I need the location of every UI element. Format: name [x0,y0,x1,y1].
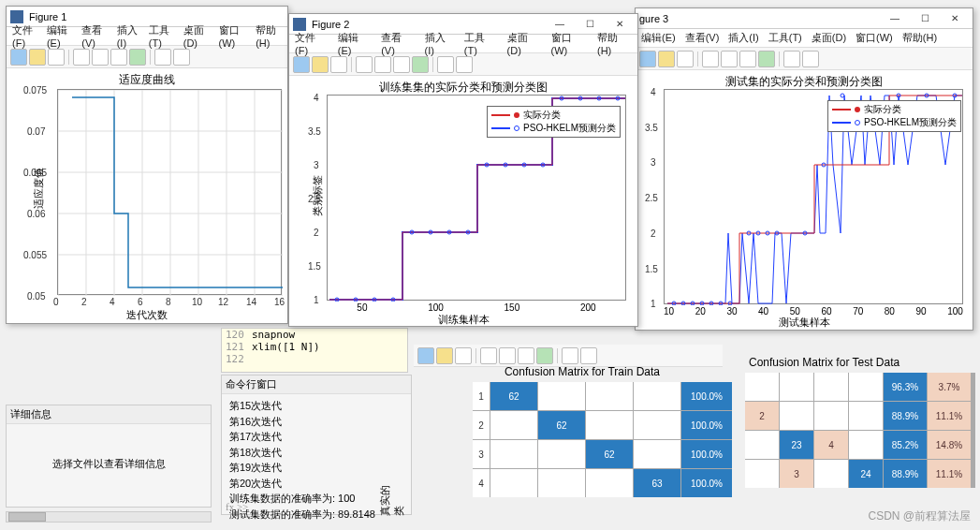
zoom-out-icon[interactable] [499,347,516,364]
maximize-icon[interactable]: ☐ [911,10,939,27]
print-icon[interactable] [677,51,694,67]
menu-help[interactable]: 帮助(H) [256,23,282,49]
brush-icon[interactable] [802,51,819,67]
zoom-in-icon[interactable] [702,51,719,67]
rotate-icon[interactable] [758,51,775,67]
menu-help[interactable]: 帮助(H) [902,31,937,45]
rotate-icon[interactable] [536,347,553,364]
rotate-icon[interactable] [129,49,146,66]
menu-help[interactable]: 帮助(H) [597,31,632,56]
scrollbar-thumb[interactable] [8,512,46,522]
rotate-icon[interactable] [412,56,429,73]
menu-window[interactable]: 窗口(W) [856,31,893,45]
xtick: 60 [821,306,831,317]
figure-2-window[interactable]: Figure 2 — ☐ ✕ 文件(F) 编辑(E) 查看(V) 插入(I) 工… [288,13,638,327]
figure-2-legend[interactable]: 实际分类 PSO-HKELM预测分类 [487,106,621,138]
figure-3-legend[interactable]: 实际分类 PSO-HKELM预测分类 [827,100,961,132]
zoom-out-icon[interactable] [92,49,109,66]
editor-panel[interactable]: 120snapnow 121xlim([1 N]) 122 [221,328,408,373]
menu-tools[interactable]: 工具(T) [464,31,498,56]
xtick: 20 [695,306,706,317]
scrollbar-bottom[interactable] [6,511,212,523]
brush-icon[interactable] [456,56,473,73]
ytick: 1.5 [645,264,658,274]
zoom-in-icon[interactable] [73,49,90,66]
cm-summary: 88.9% [884,460,927,488]
zoom-out-icon[interactable] [721,51,738,67]
cursor-icon[interactable] [437,56,454,73]
figure-3-titlebar[interactable]: gure 3 — ☐ ✕ [636,8,973,29]
figure-2-axes[interactable]: 训练集集的实际分类和预测分类图 实际分类 PSO-HKELM预测分类 类别标签 … [289,76,637,326]
zoom-in-icon[interactable] [480,347,497,364]
code-line[interactable]: xlim([1 N]) [252,341,320,353]
pan-icon[interactable] [739,51,756,67]
separator [150,50,151,65]
print-icon[interactable] [48,49,65,66]
maximize-icon[interactable]: ☐ [576,16,604,33]
close-icon[interactable]: ✕ [606,16,634,33]
menu-view[interactable]: 查看(V) [81,23,107,49]
new-figure-icon[interactable] [10,49,27,66]
menu-view[interactable]: 查看(V) [381,31,415,56]
figure-1-menubar[interactable]: 文件(F) 编辑(E) 查看(V) 插入(I) 工具(T) 桌面(D) 窗口(W… [7,27,287,46]
figure-2-menubar[interactable]: 文件(F) 编辑(E) 查看(V) 插入(I) 工具(T) 桌面(D) 窗口(W… [289,35,637,53]
pan-icon[interactable] [110,49,127,66]
frag-toolbar[interactable] [414,345,723,367]
menu-desktop[interactable]: 桌面(D) [507,31,542,56]
confusion-test-title: Confusion Matrix for Test Data [745,356,975,369]
menu-tools[interactable]: 工具(T) [149,23,174,49]
figure-3-window[interactable]: gure 3 — ☐ ✕ 编辑(E) 查看(V) 插入(I) 工具(T) 桌面(… [635,7,973,331]
menu-desktop[interactable]: 桌面(D) [183,23,210,49]
cursor-icon[interactable] [783,51,800,67]
cm-summary: 100.0% [681,440,732,468]
menu-insert[interactable]: 插入(I) [728,31,758,45]
menu-insert[interactable]: 插入(I) [425,31,455,56]
minimize-icon[interactable]: — [881,10,909,27]
minimize-icon[interactable]: — [546,16,574,33]
new-figure-icon[interactable] [293,56,310,73]
fx-prompt-icon[interactable]: fx >> [226,501,248,512]
save-icon[interactable] [436,347,453,364]
cursor-icon[interactable] [562,347,578,364]
menu-window[interactable]: 窗口(W) [219,23,247,49]
brush-icon[interactable] [580,347,597,364]
brush-icon[interactable] [173,49,190,66]
xtick: 40 [758,306,768,317]
figure-1-window[interactable]: Figure 1 文件(F) 编辑(E) 查看(V) 插入(I) 工具(T) 桌… [6,6,288,324]
print-icon[interactable] [330,56,347,73]
ytick: 2 [314,228,319,238]
figure-2-toolbar[interactable] [289,53,637,76]
pan-icon[interactable] [518,347,534,364]
save-icon[interactable] [658,51,675,67]
new-figure-icon[interactable] [417,347,434,364]
menu-edit[interactable]: 编辑(E) [47,23,72,49]
menu-view[interactable]: 查看(V) [685,31,720,45]
menu-insert[interactable]: 插入(I) [117,23,139,49]
zoom-out-icon[interactable] [374,56,391,73]
detail-panel[interactable]: 详细信息 选择文件以查看详细信息 [6,405,212,508]
save-icon[interactable] [29,49,46,66]
figure-1-plot [58,90,283,296]
menu-edit[interactable]: 编辑(E) [338,31,372,56]
ytick: 0.07 [27,126,45,137]
figure-1-chart-title: 适应度曲线 [7,72,287,88]
close-icon[interactable]: ✕ [941,10,969,27]
figure-3-toolbar[interactable] [636,48,973,70]
code-line[interactable]: snapnow [252,329,295,341]
cursor-icon[interactable] [154,49,171,66]
save-icon[interactable] [312,56,329,73]
new-figure-icon[interactable] [639,51,656,67]
menu-window[interactable]: 窗口(W) [551,31,588,56]
menu-file[interactable]: 文件(F) [12,23,37,49]
zoom-in-icon[interactable] [356,56,373,73]
figure-1-axes[interactable]: 适应度曲线 适应度值 0.05 0.055 0.06 0.065 0.07 0.… [7,68,287,323]
figure-3-axes[interactable]: 测试集的实际分类和预测分类图 实际分类 PSO-HKELM预测分类 1 1.5 … [636,70,973,330]
pan-icon[interactable] [393,56,410,73]
figure-3-menubar[interactable]: 编辑(E) 查看(V) 插入(I) 工具(T) 桌面(D) 窗口(W) 帮助(H… [636,29,973,48]
figure-1-toolbar[interactable] [7,46,287,68]
print-icon[interactable] [455,347,472,364]
menu-edit[interactable]: 编辑(E) [641,31,676,45]
menu-tools[interactable]: 工具(T) [768,31,802,45]
menu-file[interactable]: 文件(F) [295,31,329,56]
menu-desktop[interactable]: 桌面(D) [812,31,846,45]
